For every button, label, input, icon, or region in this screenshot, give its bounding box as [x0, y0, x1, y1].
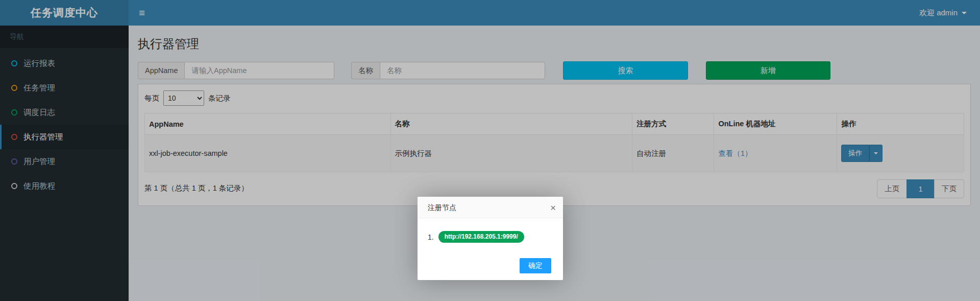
modal-body: 1. http://192.168.205.1:9999/ [418, 218, 563, 249]
modal-title: 注册节点 [428, 203, 456, 212]
modal-footer: 确定 [418, 249, 563, 280]
node-url-badge: http://192.168.205.1:9999/ [438, 231, 524, 243]
close-icon[interactable]: × [550, 197, 556, 218]
scheduler-admin-screen: 任务调度中心 ≡ 欢迎 admin 导航 运行报表 任务管理 调度日志 [0, 0, 980, 301]
node-index: 1. [428, 233, 434, 241]
modal-header: 注册节点 × [418, 197, 563, 218]
confirm-button[interactable]: 确定 [520, 258, 551, 273]
registry-node-item: 1. http://192.168.205.1:9999/ [428, 231, 553, 243]
registry-nodes-modal: 注册节点 × 1. http://192.168.205.1:9999/ 确定 [418, 197, 563, 280]
